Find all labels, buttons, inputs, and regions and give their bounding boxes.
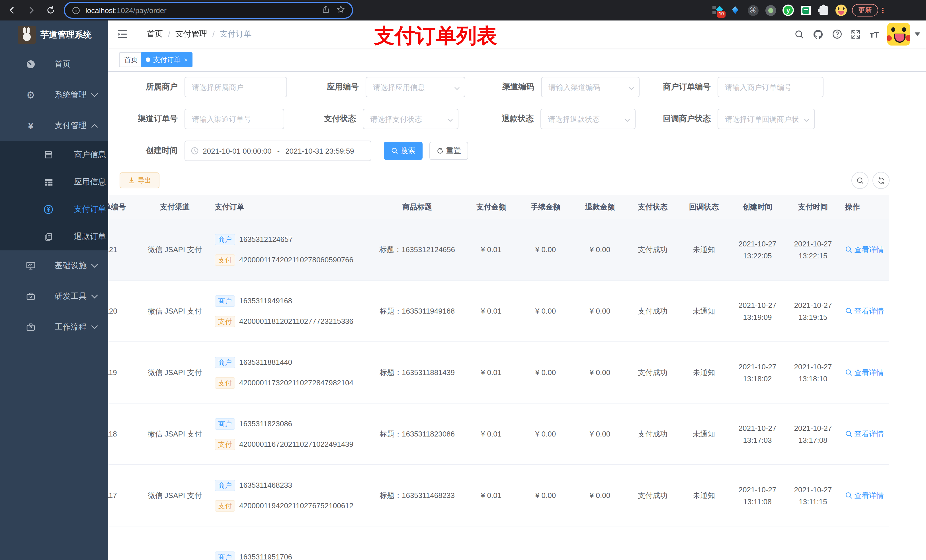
font-size-icon[interactable]: ᴛT	[865, 21, 884, 48]
merchant-order-no-input[interactable]	[717, 77, 823, 97]
col-amount: 支付金额	[464, 201, 518, 213]
extension-puzzle-icon[interactable]	[818, 5, 829, 16]
cell-pay-time: 2021-10-2713:11:15	[785, 483, 841, 507]
sidebar-item-system[interactable]: ⚙ 系统管理	[0, 80, 108, 110]
view-detail-link[interactable]: 查看详情	[845, 428, 884, 440]
sidebar-item-infra[interactable]: 基础设施	[0, 251, 108, 281]
col-channel: 支付渠道	[143, 201, 207, 213]
sidebar-item-workflow[interactable]: 工作流程	[0, 312, 108, 343]
url-host: localhost	[85, 6, 115, 15]
tab-pay-order[interactable]: 支付订单 ×	[141, 52, 193, 67]
url-path: :1024/pay/order	[115, 6, 166, 15]
view-detail-link[interactable]: 查看详情	[845, 305, 884, 317]
sidebar-item-dev-tools[interactable]: 研发工具	[0, 281, 108, 312]
cell-order-id: 120	[108, 305, 143, 317]
browser-update-button[interactable]: 更新	[852, 4, 878, 17]
tab-home[interactable]: 首页	[119, 52, 143, 67]
github-icon[interactable]	[809, 21, 828, 48]
cell-actions: 查看详情	[841, 489, 889, 501]
site-info-icon[interactable]	[72, 6, 80, 15]
cell-pay-order: 商户 1635311949168 支付 42000011812021102777…	[207, 295, 370, 327]
channel-order-no-input[interactable]	[185, 109, 284, 129]
avatar[interactable]	[887, 23, 910, 45]
dashboard-icon	[25, 59, 36, 70]
collapse-sidebar-icon[interactable]	[117, 29, 128, 40]
refresh-button[interactable]	[873, 172, 890, 189]
main-content: 所属商户 应用编号 渠道编码 商户订单编号	[108, 72, 926, 560]
cell-channel: 微信 JSAPI 支付	[143, 428, 207, 440]
breadcrumb: 首页 / 支付管理 / 支付订单	[147, 21, 252, 48]
monitor-chart-icon	[25, 260, 36, 272]
extensions-bar: 10 ⌘ y	[712, 0, 847, 21]
col-fee: 手续金额	[518, 201, 573, 213]
sidebar-item-merchant-info[interactable]: 商户信息	[0, 141, 108, 169]
pay-status-select[interactable]	[363, 109, 458, 129]
cell-actions: 查看详情	[841, 305, 889, 317]
reset-button[interactable]: 重置	[430, 142, 468, 160]
cell-pay-status: 支付成功	[627, 367, 678, 379]
sidebar-logo[interactable]: 芋道管理系统	[0, 21, 108, 49]
cell-refund: ¥ 0.00	[573, 305, 627, 317]
sidebar-item-app-info[interactable]: 应用信息	[0, 169, 108, 196]
cell-title: 标题：1635311823086	[370, 428, 464, 440]
sidebar-item-home[interactable]: 首页	[0, 49, 108, 80]
browser-forward-button[interactable]	[24, 3, 39, 18]
breadcrumb-home[interactable]: 首页	[147, 29, 163, 39]
col-title: 商品标题	[370, 201, 464, 213]
toggle-search-button[interactable]	[851, 172, 869, 189]
bookmark-star-icon[interactable]	[337, 5, 345, 16]
cell-refund: ¥ 0.00	[573, 489, 627, 501]
notify-status-select[interactable]	[717, 109, 815, 129]
cell-refund: ¥ 0.00	[573, 367, 627, 379]
sidebar-item-pay-order[interactable]: 支付订单	[0, 196, 108, 223]
search-button[interactable]: 搜索	[384, 142, 422, 160]
avatar-caret-icon[interactable]	[915, 32, 920, 36]
extension-record-icon[interactable]	[765, 5, 776, 16]
cell-pay-status: 支付成功	[627, 489, 678, 501]
browser-reload-button[interactable]	[43, 3, 58, 18]
col-notify-status: 回调状态	[678, 201, 729, 213]
extension-command-icon[interactable]: ⌘	[747, 5, 758, 16]
breadcrumb-payment[interactable]: 支付管理	[176, 29, 207, 39]
filter-label-merchant: 所属商户	[114, 82, 185, 92]
col-order-id: 订单编号	[108, 201, 143, 213]
extension-kite-icon[interactable]	[729, 5, 741, 16]
url-bar[interactable]: localhost:1024/pay/order	[64, 2, 353, 19]
extension-tabs-icon[interactable]: 10	[712, 5, 723, 16]
extension-chat-icon[interactable]	[800, 5, 811, 16]
page-title-annotation: 支付订单列表	[374, 22, 497, 50]
active-dot	[146, 57, 150, 62]
export-button[interactable]: 导出	[120, 172, 159, 189]
share-icon[interactable]	[322, 5, 330, 16]
filter-label-channel-code: 渠道编码	[473, 82, 541, 92]
view-detail-link[interactable]: 查看详情	[845, 244, 884, 255]
cell-notify-status: 未通知	[678, 489, 729, 501]
app-select[interactable]	[366, 77, 465, 97]
date-range-picker[interactable]: 2021-10-01 00:00:00 - 2021-10-31 23:59:5…	[185, 140, 371, 161]
merchant-select-input[interactable]	[185, 77, 287, 97]
briefcase-icon	[25, 322, 36, 333]
cell-pay-order: 商户 1635312124657 支付 42000011742021102780…	[207, 234, 370, 266]
cell-pay-order: 商户 1635311823086 支付 42000011672021102710…	[207, 418, 370, 450]
view-detail-link[interactable]: 查看详情	[845, 489, 884, 501]
sidebar-item-payment[interactable]: ¥ 支付管理	[0, 110, 108, 141]
search-icon[interactable]	[790, 21, 809, 48]
cell-pay-order: 商户 1635311951706 支付	[207, 551, 370, 560]
cell-refund: ¥ 0.00	[573, 428, 627, 440]
close-tab-icon[interactable]: ×	[184, 57, 188, 63]
chevron-down-icon	[91, 264, 98, 268]
filter-label-merchant-order-no: 商户订单编号	[638, 82, 717, 92]
browser-menu-icon[interactable]: ⋮	[879, 3, 887, 17]
view-detail-link[interactable]: 查看详情	[845, 367, 884, 379]
extension-emoji-icon[interactable]	[835, 5, 847, 16]
channel-code-select[interactable]	[541, 77, 640, 97]
browser-back-button[interactable]	[5, 3, 20, 18]
col-pay-status: 支付状态	[627, 201, 678, 213]
cell-channel: 微信 JSAPI 支付	[143, 244, 207, 255]
sidebar-item-refund-order[interactable]: 退款订单	[0, 223, 108, 251]
refund-status-select[interactable]	[540, 109, 635, 129]
help-icon[interactable]	[828, 21, 846, 48]
fullscreen-icon[interactable]	[846, 21, 865, 48]
extension-y-icon[interactable]: y	[782, 5, 794, 16]
date-end: 2021-10-31 23:59:59	[285, 146, 354, 155]
